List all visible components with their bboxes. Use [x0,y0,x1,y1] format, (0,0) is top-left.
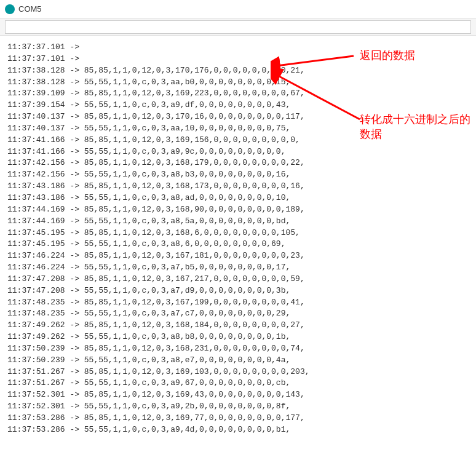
log-line: 11:37:42.156 -> 85,85,1,1,0,12,0,3,168,1… [7,157,469,169]
log-line: 11:37:37.101 -> [7,54,469,65]
log-line: 11:37:44.169 -> 85,85,1,1,0,12,0,3,168,9… [7,204,469,216]
command-input[interactable] [5,20,471,34]
log-line: 11:37:45.195 -> 85,85,1,1,0,12,0,3,168,6… [7,228,469,239]
toolbar [0,18,476,36]
log-line: 11:37:53.286 -> 55,55,1,1,0,c,0,3,a9,4d,… [7,424,469,436]
log-line: 11:37:40.137 -> 85,85,1,1,0,12,0,3,170,1… [7,111,469,123]
log-line: 11:37:52.301 -> 55,55,1,1,0,c,0,3,a9,2b,… [7,401,469,413]
log-line: 11:37:51.267 -> 85,85,1,1,0,12,0,3,169,1… [7,367,469,378]
log-line: 11:37:41.166 -> 85,85,1,1,0,12,0,3,169,1… [7,135,469,146]
log-line: 11:37:43.186 -> 55,55,1,1,0,c,0,3,a8,ad,… [7,192,469,204]
console-output: 11:37:37.101 ->11:37:37.101 ->11:37:38.1… [0,36,476,442]
log-line: 11:37:45.195 -> 55,55,1,1,0,c,0,3,a8,6,0… [7,239,469,250]
log-line: 11:37:44.169 -> 55,55,1,1,0,c,0,3,a8,5a,… [7,216,469,228]
log-line: 11:37:47.208 -> 85,85,1,1,0,12,0,3,167,2… [7,274,469,285]
log-line: 11:37:38.128 -> 55,55,1,1,0,c,0,3,aa,b0,… [7,77,469,89]
log-line: 11:37:50.239 -> 55,55,1,1,0,c,0,3,a8,e7,… [7,355,469,367]
log-line: 11:37:50.239 -> 85,85,1,1,0,12,0,3,168,2… [7,343,469,355]
log-line: 11:37:47.208 -> 55,55,1,1,0,c,0,3,a7,d9,… [7,285,469,297]
log-line: 11:37:37.101 -> [7,42,469,54]
log-line: 11:37:49.262 -> 55,55,1,1,0,c,0,3,a8,b8,… [7,331,469,343]
log-line: 11:37:41.166 -> 55,55,1,1,0,c,0,3,a9,9c,… [7,146,469,158]
log-line: 11:37:40.137 -> 55,55,1,1,0,c,0,3,aa,10,… [7,123,469,135]
log-line: 11:37:43.186 -> 85,85,1,1,0,12,0,3,168,1… [7,181,469,192]
log-line: 11:37:39.154 -> 55,55,1,1,0,c,0,3,a9,df,… [7,100,469,111]
log-line: 11:37:48.235 -> 55,55,1,1,0,c,0,3,a7,c7,… [7,308,469,320]
window-title: COM5 [18,4,42,14]
log-line: 11:37:42.156 -> 55,55,1,1,0,c,0,3,a8,b3,… [7,169,469,181]
log-line: 11:37:48.235 -> 85,85,1,1,0,12,0,3,167,1… [7,297,469,309]
log-line: 11:37:39.109 -> 85,85,1,1,0,12,0,3,169,2… [7,88,469,100]
log-line: 11:37:46.224 -> 85,85,1,1,0,12,0,3,167,1… [7,250,469,262]
log-line: 11:37:38.128 -> 85,85,1,1,0,12,0,3,170,1… [7,65,469,77]
log-line: 11:37:51.267 -> 55,55,1,1,0,c,0,3,a9,67,… [7,378,469,389]
log-line: 11:37:49.262 -> 85,85,1,1,0,12,0,3,168,1… [7,320,469,331]
log-line: 11:37:52.301 -> 85,85,1,1,0,12,0,3,169,4… [7,389,469,401]
log-line: 11:37:46.224 -> 55,55,1,1,0,c,0,3,a7,b5,… [7,262,469,274]
window-titlebar: COM5 [0,0,476,18]
app-icon [5,4,15,14]
log-line: 11:37:53.286 -> 85,85,1,1,0,12,0,3,169,7… [7,413,469,424]
